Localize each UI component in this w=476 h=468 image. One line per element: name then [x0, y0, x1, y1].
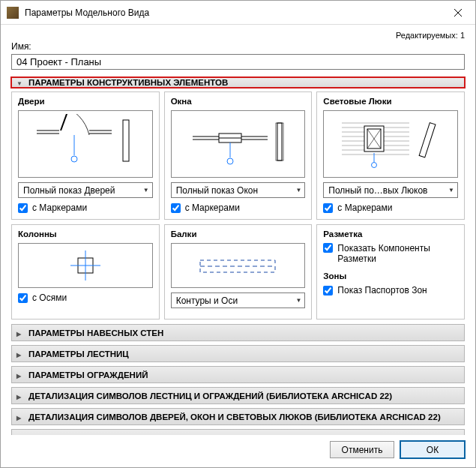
svg-point-33: [372, 163, 377, 168]
ok-button[interactable]: ОК: [400, 441, 465, 458]
section-label: ПАРАМЕТРЫ НАВЕСНЫХ СТЕН: [28, 328, 163, 338]
panel-doors: Двери Полный показ Двере: [11, 92, 160, 220]
edit-count-label: Редактируемых: 1: [11, 31, 465, 40]
panel-zones-title: Зоны: [323, 272, 458, 280]
skylight-icon: [334, 114, 447, 174]
combo-beams-value: Контуры и Оси: [176, 296, 238, 306]
cancel-button[interactable]: Отменить: [330, 441, 394, 458]
combo-skylights-value: Полный по…вых Люков: [328, 185, 427, 196]
beam-icon: [185, 247, 290, 284]
panel-beams: Балки Контуры и Оси ▼: [164, 224, 313, 320]
preview-windows: [171, 110, 306, 178]
check-zones-passports[interactable]: Показ Паспортов Зон: [323, 285, 458, 296]
window-icon: [181, 114, 294, 174]
check-layout-components[interactable]: Показать Компоненты Разметки: [323, 243, 458, 264]
check-windows-markers-label: с Маркерами: [185, 202, 240, 213]
preview-skylights: [323, 110, 458, 178]
check-doors-markers[interactable]: с Маркерами: [18, 202, 153, 213]
combo-beams[interactable]: Контуры и Оси ▼: [171, 292, 306, 308]
section-curtain-walls[interactable]: ПАРАМЕТРЫ НАВЕСНЫХ СТЕН: [11, 324, 465, 341]
section-structural[interactable]: ПАРАМЕТРЫ КОНСТРУКТИВНЫХ ЭЛЕМЕНТОВ: [11, 77, 465, 88]
check-doors-markers-box[interactable]: [18, 203, 28, 213]
name-input[interactable]: [11, 54, 465, 70]
check-layout-components-label: Показать Компоненты Разметки: [337, 243, 458, 264]
combo-windows[interactable]: Полный показ Окон ▼: [171, 182, 306, 198]
close-icon: [454, 9, 462, 16]
check-columns-axes-box[interactable]: [18, 293, 28, 303]
app-icon: [7, 7, 19, 19]
chevron-right-icon: [16, 370, 24, 380]
check-columns-axes-label: с Осями: [32, 292, 67, 303]
section-door-window-detail[interactable]: ДЕТАЛИЗАЦИЯ СИМВОЛОВ ДВЕРЕЙ, ОКОН И СВЕТ…: [11, 408, 465, 425]
section-stairs[interactable]: ПАРАМЕТРЫ ЛЕСТНИЦ: [11, 345, 465, 362]
window-title: Параметры Модельного Вида: [25, 8, 441, 18]
close-button[interactable]: [441, 1, 475, 25]
ok-button-label: ОК: [427, 445, 439, 455]
check-zones-passports-box[interactable]: [323, 286, 333, 296]
panel-doors-title: Двери: [18, 97, 153, 106]
preview-beams: [171, 243, 306, 288]
check-skylights-markers[interactable]: с Маркерами: [323, 202, 458, 213]
check-skylights-markers-box[interactable]: [323, 203, 333, 213]
panel-windows: Окна Полный: [164, 92, 313, 220]
column-icon: [55, 247, 115, 284]
panel-layout: Разметка Показать Компоненты Разметки Зо…: [316, 224, 465, 320]
section-stair-railing-detail[interactable]: ДЕТАЛИЗАЦИЯ СИМВОЛОВ ЛЕСТНИЦ И ОГРАЖДЕНИ…: [11, 387, 465, 404]
section-railings[interactable]: ПАРАМЕТРЫ ОГРАЖДЕНИЙ: [11, 366, 465, 383]
grid-top: Двери Полный показ Двере: [11, 92, 465, 220]
svg-rect-9: [123, 120, 129, 161]
check-columns-axes[interactable]: с Осями: [18, 292, 153, 303]
panel-beams-title: Балки: [171, 230, 306, 238]
check-zones-passports-label: Показ Паспортов Зон: [337, 285, 427, 296]
content-area: Редактируемых: 1 Имя: ПАРАМЕТРЫ КОНСТРУК…: [1, 25, 475, 435]
section-library-display[interactable]: ПАРАМЕТРЫ ОТОБРАЖЕНИЯ БИБЛИОТЕЧНЫХ ЭЛЕМЕ…: [11, 429, 465, 435]
collapsed-sections: ПАРАМЕТРЫ НАВЕСНЫХ СТЕН ПАРАМЕТРЫ ЛЕСТНИ…: [11, 324, 465, 435]
footer: Отменить ОК: [1, 435, 475, 467]
check-windows-markers-box[interactable]: [171, 203, 181, 213]
check-windows-markers[interactable]: с Маркерами: [171, 202, 306, 213]
grid-bottom: Колонны с Осями Балки: [11, 224, 465, 320]
section-label: ДЕТАЛИЗАЦИЯ СИМВОЛОВ ДВЕРЕЙ, ОКОН И СВЕТ…: [28, 412, 441, 422]
preview-doors: [18, 110, 153, 178]
section-structural-label: ПАРАМЕТРЫ КОНСТРУКТИВНЫХ ЭЛЕМЕНТОВ: [28, 78, 228, 87]
door-icon: [29, 114, 142, 174]
combo-skylights[interactable]: Полный по…вых Люков ▼: [323, 182, 458, 198]
check-doors-markers-label: с Маркерами: [32, 202, 87, 213]
section-label: ПАРАМЕТРЫ ЛЕСТНИЦ: [28, 350, 129, 358]
combo-doors[interactable]: Полный показ Дверей ▼: [18, 182, 153, 198]
chevron-down-icon: ▼: [143, 187, 149, 194]
chevron-right-icon: [16, 392, 24, 400]
chevron-right-icon: [16, 328, 24, 338]
preview-columns: [18, 243, 153, 288]
panel-columns: Колонны с Осями: [11, 224, 160, 320]
svg-point-17: [227, 158, 233, 164]
combo-windows-value: Полный показ Окон: [176, 185, 258, 196]
chevron-down-icon: ▼: [295, 187, 301, 194]
svg-point-8: [71, 156, 77, 162]
panel-skylights-title: Световые Люки: [323, 97, 458, 106]
chevron-down-icon: ▼: [295, 297, 301, 304]
check-layout-components-box[interactable]: [323, 243, 333, 253]
svg-rect-18: [277, 123, 282, 160]
combo-doors-value: Полный показ Дверей: [23, 185, 115, 196]
section-label: ПАРАМЕТРЫ ОГРАЖДЕНИЙ: [28, 370, 148, 380]
panel-windows-title: Окна: [171, 97, 306, 106]
dialog-window: Параметры Модельного Вида Редактируемых:…: [0, 0, 476, 468]
section-label: ДЕТАЛИЗАЦИЯ СИМВОЛОВ ЛЕСТНИЦ И ОГРАЖДЕНИ…: [28, 392, 392, 400]
check-skylights-markers-label: с Маркерами: [337, 202, 392, 213]
panel-layout-title: Разметка: [323, 230, 458, 238]
svg-rect-34: [419, 123, 436, 158]
chevron-down-icon: [16, 78, 24, 87]
titlebar: Параметры Модельного Вида: [1, 1, 475, 25]
svg-line-6: [61, 114, 69, 130]
chevron-right-icon: [16, 350, 24, 358]
chevron-right-icon: [16, 412, 24, 422]
chevron-down-icon: ▼: [448, 187, 454, 194]
cancel-button-label: Отменить: [342, 445, 383, 455]
panel-columns-title: Колонны: [18, 230, 153, 238]
name-label: Имя:: [11, 41, 465, 52]
panel-skylights: Световые Люки: [316, 92, 465, 220]
